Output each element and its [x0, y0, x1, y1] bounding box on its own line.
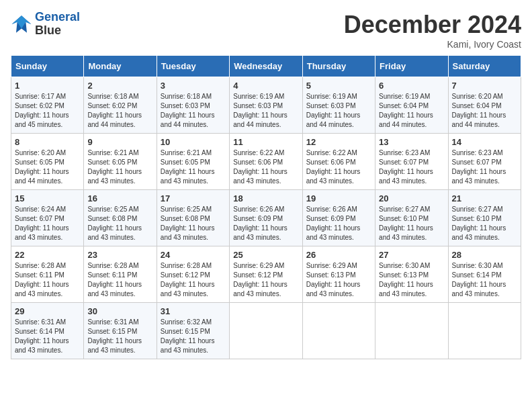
- day-number: 6: [379, 81, 444, 91]
- day-number: 9: [87, 137, 152, 147]
- page-header: GeneralBlue December 2024 Kami, Ivory Co…: [11, 11, 521, 50]
- day-number: 10: [161, 137, 226, 147]
- calendar-cell: 18Sunrise: 6:26 AM Sunset: 6:09 PM Dayli…: [230, 190, 302, 246]
- day-info: Sunrise: 6:17 AM Sunset: 6:02 PM Dayligh…: [15, 92, 80, 130]
- calendar-cell: 16Sunrise: 6:25 AM Sunset: 6:08 PM Dayli…: [84, 190, 157, 246]
- calendar-cell: 1Sunrise: 6:17 AM Sunset: 6:02 PM Daylig…: [11, 77, 84, 134]
- day-info: Sunrise: 6:20 AM Sunset: 6:05 PM Dayligh…: [15, 148, 80, 186]
- day-number: 4: [233, 81, 298, 91]
- day-info: Sunrise: 6:32 AM Sunset: 6:15 PM Dayligh…: [161, 318, 226, 355]
- day-number: 11: [233, 137, 298, 147]
- day-number: 13: [379, 137, 444, 147]
- header-day-sunday: Sunday: [11, 56, 84, 77]
- day-info: Sunrise: 6:30 AM Sunset: 6:13 PM Dayligh…: [379, 261, 444, 299]
- calendar-table: SundayMondayTuesdayWednesdayThursdayFrid…: [11, 55, 521, 359]
- calendar-cell: 30Sunrise: 6:31 AM Sunset: 6:15 PM Dayli…: [84, 303, 157, 359]
- calendar-cell: 3Sunrise: 6:18 AM Sunset: 6:03 PM Daylig…: [157, 77, 229, 134]
- day-info: Sunrise: 6:22 AM Sunset: 6:06 PM Dayligh…: [233, 148, 298, 186]
- day-number: 24: [161, 250, 226, 260]
- calendar-cell: 7Sunrise: 6:20 AM Sunset: 6:04 PM Daylig…: [448, 77, 521, 134]
- calendar-cell: 6Sunrise: 6:19 AM Sunset: 6:04 PM Daylig…: [375, 77, 448, 134]
- day-info: Sunrise: 6:29 AM Sunset: 6:13 PM Dayligh…: [306, 261, 371, 299]
- day-number: 31: [161, 306, 226, 316]
- day-number: 25: [233, 250, 298, 260]
- calendar-cell: 15Sunrise: 6:24 AM Sunset: 6:07 PM Dayli…: [11, 190, 84, 246]
- calendar-cell: [375, 303, 448, 359]
- calendar-cell: 2Sunrise: 6:18 AM Sunset: 6:02 PM Daylig…: [84, 77, 157, 134]
- month-title: December 2024: [344, 11, 521, 39]
- calendar-cell: 22Sunrise: 6:28 AM Sunset: 6:11 PM Dayli…: [11, 246, 84, 303]
- calendar-cell: [230, 303, 302, 359]
- calendar-cell: 21Sunrise: 6:27 AM Sunset: 6:10 PM Dayli…: [448, 190, 521, 246]
- day-number: 1: [15, 81, 80, 91]
- day-number: 29: [15, 306, 80, 316]
- calendar-cell: 27Sunrise: 6:30 AM Sunset: 6:13 PM Dayli…: [375, 246, 448, 303]
- day-number: 27: [379, 250, 444, 260]
- day-info: Sunrise: 6:19 AM Sunset: 6:03 PM Dayligh…: [233, 92, 298, 130]
- calendar-cell: 26Sunrise: 6:29 AM Sunset: 6:13 PM Dayli…: [302, 246, 375, 303]
- day-number: 8: [15, 137, 80, 147]
- day-info: Sunrise: 6:22 AM Sunset: 6:06 PM Dayligh…: [306, 148, 371, 186]
- location-subtitle: Kami, Ivory Coast: [344, 39, 521, 50]
- day-number: 30: [87, 306, 152, 316]
- day-info: Sunrise: 6:21 AM Sunset: 6:05 PM Dayligh…: [87, 148, 152, 186]
- day-number: 23: [87, 250, 152, 260]
- day-info: Sunrise: 6:25 AM Sunset: 6:08 PM Dayligh…: [161, 205, 226, 242]
- calendar-cell: [302, 303, 375, 359]
- calendar-week-1: 1Sunrise: 6:17 AM Sunset: 6:02 PM Daylig…: [11, 77, 521, 134]
- day-info: Sunrise: 6:18 AM Sunset: 6:03 PM Dayligh…: [161, 92, 226, 130]
- title-block: December 2024 Kami, Ivory Coast: [344, 11, 521, 50]
- day-info: Sunrise: 6:19 AM Sunset: 6:04 PM Dayligh…: [379, 92, 444, 130]
- day-number: 5: [306, 81, 371, 91]
- day-number: 3: [161, 81, 226, 91]
- calendar-cell: [448, 303, 521, 359]
- day-number: 2: [87, 81, 152, 91]
- header-day-saturday: Saturday: [448, 56, 521, 77]
- calendar-cell: 19Sunrise: 6:26 AM Sunset: 6:09 PM Dayli…: [302, 190, 375, 246]
- calendar-week-5: 29Sunrise: 6:31 AM Sunset: 6:14 PM Dayli…: [11, 303, 521, 359]
- day-info: Sunrise: 6:23 AM Sunset: 6:07 PM Dayligh…: [379, 148, 444, 186]
- day-number: 17: [161, 193, 226, 203]
- calendar-cell: 25Sunrise: 6:29 AM Sunset: 6:12 PM Dayli…: [230, 246, 302, 303]
- calendar-cell: 4Sunrise: 6:19 AM Sunset: 6:03 PM Daylig…: [230, 77, 302, 134]
- day-number: 18: [233, 193, 298, 203]
- header-day-thursday: Thursday: [302, 56, 375, 77]
- calendar-cell: 12Sunrise: 6:22 AM Sunset: 6:06 PM Dayli…: [302, 134, 375, 190]
- header-day-tuesday: Tuesday: [157, 56, 229, 77]
- day-info: Sunrise: 6:26 AM Sunset: 6:09 PM Dayligh…: [233, 205, 298, 242]
- day-info: Sunrise: 6:24 AM Sunset: 6:07 PM Dayligh…: [15, 205, 80, 242]
- calendar-cell: 28Sunrise: 6:30 AM Sunset: 6:14 PM Dayli…: [448, 246, 521, 303]
- day-info: Sunrise: 6:21 AM Sunset: 6:05 PM Dayligh…: [161, 148, 226, 186]
- calendar-cell: 31Sunrise: 6:32 AM Sunset: 6:15 PM Dayli…: [157, 303, 229, 359]
- day-number: 7: [452, 81, 517, 91]
- day-info: Sunrise: 6:19 AM Sunset: 6:03 PM Dayligh…: [306, 92, 371, 130]
- day-number: 15: [15, 193, 80, 203]
- day-info: Sunrise: 6:28 AM Sunset: 6:11 PM Dayligh…: [15, 261, 80, 299]
- day-number: 28: [452, 250, 517, 260]
- calendar-cell: 5Sunrise: 6:19 AM Sunset: 6:03 PM Daylig…: [302, 77, 375, 134]
- logo-text: GeneralBlue: [35, 11, 80, 38]
- day-info: Sunrise: 6:28 AM Sunset: 6:11 PM Dayligh…: [87, 261, 152, 299]
- logo-icon: [11, 13, 32, 35]
- calendar-cell: 8Sunrise: 6:20 AM Sunset: 6:05 PM Daylig…: [11, 134, 84, 190]
- day-number: 26: [306, 250, 371, 260]
- calendar-week-3: 15Sunrise: 6:24 AM Sunset: 6:07 PM Dayli…: [11, 190, 521, 246]
- calendar-cell: 24Sunrise: 6:28 AM Sunset: 6:12 PM Dayli…: [157, 246, 229, 303]
- calendar-cell: 13Sunrise: 6:23 AM Sunset: 6:07 PM Dayli…: [375, 134, 448, 190]
- header-day-monday: Monday: [84, 56, 157, 77]
- svg-marker-1: [12, 15, 32, 28]
- header-row: SundayMondayTuesdayWednesdayThursdayFrid…: [11, 56, 521, 77]
- day-info: Sunrise: 6:26 AM Sunset: 6:09 PM Dayligh…: [306, 205, 371, 242]
- day-number: 22: [15, 250, 80, 260]
- calendar-cell: 23Sunrise: 6:28 AM Sunset: 6:11 PM Dayli…: [84, 246, 157, 303]
- day-info: Sunrise: 6:23 AM Sunset: 6:07 PM Dayligh…: [452, 148, 517, 186]
- day-info: Sunrise: 6:31 AM Sunset: 6:15 PM Dayligh…: [87, 318, 152, 355]
- day-info: Sunrise: 6:27 AM Sunset: 6:10 PM Dayligh…: [379, 205, 444, 242]
- day-info: Sunrise: 6:31 AM Sunset: 6:14 PM Dayligh…: [15, 318, 80, 355]
- calendar-cell: 17Sunrise: 6:25 AM Sunset: 6:08 PM Dayli…: [157, 190, 229, 246]
- day-info: Sunrise: 6:29 AM Sunset: 6:12 PM Dayligh…: [233, 261, 298, 299]
- calendar-cell: 29Sunrise: 6:31 AM Sunset: 6:14 PM Dayli…: [11, 303, 84, 359]
- day-info: Sunrise: 6:28 AM Sunset: 6:12 PM Dayligh…: [161, 261, 226, 299]
- day-number: 19: [306, 193, 371, 203]
- calendar-cell: 10Sunrise: 6:21 AM Sunset: 6:05 PM Dayli…: [157, 134, 229, 190]
